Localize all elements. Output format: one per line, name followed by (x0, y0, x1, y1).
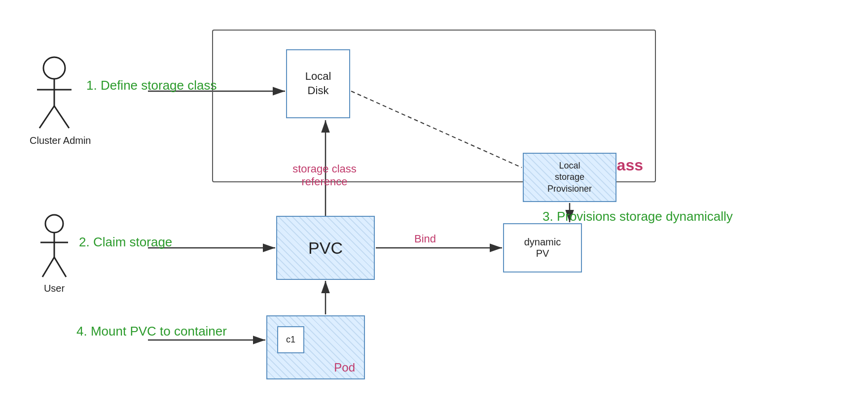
svg-point-3 (43, 57, 65, 79)
pvc-box: PVC (276, 216, 375, 280)
user-figure: User (35, 212, 74, 294)
svg-line-12 (54, 257, 66, 277)
provisioner-text: Local storage Provisioner (547, 160, 593, 195)
local-disk-text: Local Disk (305, 69, 331, 98)
bind-label: Bind (414, 233, 436, 245)
pod-inner-box: c1 (277, 326, 304, 353)
storage-class-ref-label: storage class reference (285, 163, 364, 188)
pvc-text: PVC (308, 238, 343, 258)
user-label: User (35, 283, 74, 294)
dynamic-pv-box: dynamic PV (503, 223, 582, 272)
pod-label: Pod (334, 361, 355, 374)
step4-label: 4. Mount PVC to container (76, 324, 227, 339)
cluster-admin-label: Cluster Admin (30, 135, 91, 146)
step2-label: 2. Claim storage (79, 235, 172, 250)
step3-label: 3. Provisions storage dynamically (542, 209, 733, 224)
provisioner-box: Local storage Provisioner (523, 153, 616, 202)
cluster-admin-figure: Cluster Admin (30, 54, 91, 146)
dynamic-pv-text: dynamic PV (523, 237, 562, 259)
svg-line-11 (42, 257, 54, 277)
pod-outer-box: c1 Pod (266, 315, 365, 379)
svg-line-7 (54, 106, 69, 128)
local-disk-box: Local Disk (286, 49, 350, 118)
svg-line-6 (39, 106, 54, 128)
step1-label: 1. Define storage class (86, 78, 217, 93)
svg-point-8 (45, 215, 63, 233)
diagram-container: Storage Class Local Disk Local storage P… (0, 0, 868, 408)
